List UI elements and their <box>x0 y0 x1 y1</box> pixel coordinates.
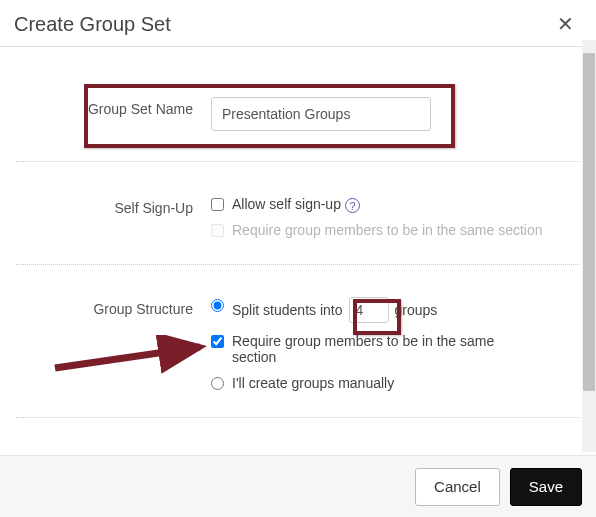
manual-groups-radio[interactable] <box>211 377 224 390</box>
modal-header: Create Group Set ✕ <box>0 0 596 47</box>
row-self-sign-up: Self Sign-Up Allow self sign-up ? Requir… <box>16 182 580 260</box>
label-group-structure: Group Structure <box>16 295 211 317</box>
self-signup-same-section-option: Require group members to be in the same … <box>211 222 580 238</box>
divider <box>16 264 580 265</box>
allow-self-sign-up-checkbox[interactable] <box>211 198 224 211</box>
manual-groups-label: I'll create groups manually <box>232 375 394 391</box>
split-students-option[interactable]: Split students into groups <box>211 297 500 323</box>
create-group-set-modal: Create Group Set ✕ Group Set Name Self S… <box>0 0 596 517</box>
label-group-set-name: Group Set Name <box>16 95 211 117</box>
label-self-sign-up: Self Sign-Up <box>16 194 211 216</box>
self-signup-same-section-label: Require group members to be in the same … <box>232 222 543 238</box>
allow-self-sign-up-option[interactable]: Allow self sign-up ? <box>211 196 580 212</box>
row-group-set-name: Group Set Name <box>16 83 580 143</box>
cancel-button[interactable]: Cancel <box>415 468 500 506</box>
modal-footer: Cancel Save <box>0 455 596 517</box>
modal-title: Create Group Set <box>14 13 171 36</box>
help-icon[interactable]: ? <box>345 198 360 213</box>
group-set-name-input[interactable] <box>211 97 431 131</box>
row-group-structure: Group Structure Split students into grou… <box>16 283 580 413</box>
structure-same-section-label: Require group members to be in the same … <box>232 333 500 365</box>
close-icon[interactable]: ✕ <box>551 12 580 36</box>
split-count-input[interactable] <box>349 297 389 323</box>
structure-same-section-checkbox[interactable] <box>211 335 224 348</box>
structure-same-section-option[interactable]: Require group members to be in the same … <box>211 333 500 365</box>
self-signup-same-section-checkbox <box>211 224 224 237</box>
split-students-controls: Split students into groups <box>232 297 437 323</box>
modal-body: Group Set Name Self Sign-Up Allow self s… <box>0 47 596 442</box>
split-students-radio[interactable] <box>211 299 224 312</box>
split-prefix: Split students into <box>232 302 343 318</box>
manual-groups-option[interactable]: I'll create groups manually <box>211 375 500 391</box>
allow-self-sign-up-label: Allow self sign-up <box>232 196 341 212</box>
split-suffix: groups <box>395 302 438 318</box>
save-button[interactable]: Save <box>510 468 582 506</box>
divider <box>16 161 580 162</box>
divider <box>16 417 580 418</box>
